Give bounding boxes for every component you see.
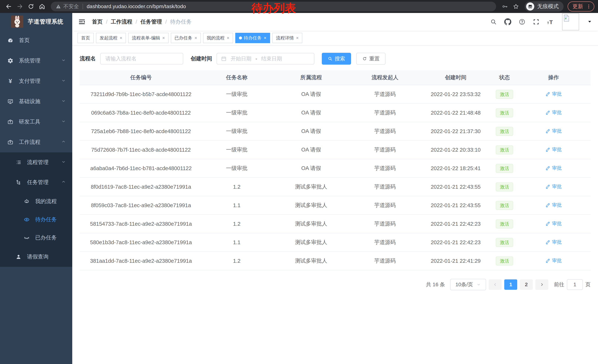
dashboard-icon — [7, 37, 14, 43]
github-icon[interactable] — [504, 18, 511, 25]
navbar-actions: TT — [490, 13, 592, 30]
overlay-annotation: 待办列表 — [252, 1, 296, 16]
app-frame: 芋道管理系统 首页 系统管理 ¥ 支付管理 — [0, 13, 598, 364]
bookmark-star-icon[interactable] — [511, 1, 521, 11]
search-button[interactable]: 搜索 — [322, 53, 351, 65]
incognito-label: 无痕模式 — [537, 3, 559, 10]
sidebar: 芋道管理系统 首页 系统管理 ¥ 支付管理 — [0, 13, 72, 364]
sidebar-item-payment[interactable]: ¥ 支付管理 — [0, 71, 72, 91]
browser-update-button[interactable]: 更新 — [568, 1, 594, 11]
page-button-1[interactable]: 1 — [504, 279, 517, 290]
sidebar-item-system[interactable]: 系统管理 — [0, 50, 72, 71]
browser-home-icon[interactable] — [37, 1, 47, 11]
breadcrumb-workflow[interactable]: 工作流程 — [111, 18, 132, 25]
sidebar-item-leave-query[interactable]: 请假查询 — [0, 247, 72, 267]
browser-menu-dots-icon[interactable] — [586, 4, 591, 9]
tag-done-tasks[interactable]: 已办任务× — [171, 33, 201, 43]
svg-text:T: T — [549, 19, 553, 25]
table-row: 381aa1dd-7ac8-11ec-a9e2-a2380e71991a 1.2… — [80, 252, 590, 270]
app-logo-row[interactable]: 芋道管理系统 — [0, 13, 72, 30]
password-key-icon[interactable] — [500, 1, 510, 11]
sidebar-item-home[interactable]: 首页 — [0, 30, 72, 50]
url-separator — [83, 4, 83, 9]
broken-image-icon — [563, 15, 570, 22]
tag-my-process[interactable]: 我的流程× — [203, 33, 233, 43]
breadcrumb-current: 待办任务 — [170, 18, 191, 25]
approve-link[interactable]: 审批 — [545, 109, 562, 116]
font-size-icon[interactable]: TT — [547, 18, 555, 25]
sidebar-item-infra[interactable]: 基础设施 — [0, 91, 72, 112]
approve-link[interactable]: 审批 — [545, 239, 562, 245]
date-range-picker[interactable]: 开始日期 - 结束日期 — [216, 53, 314, 65]
tag-start-process[interactable]: 发起流程× — [96, 33, 126, 43]
caret-down-icon[interactable] — [588, 20, 592, 24]
todo-task-table: 任务编号 任务名称 所属流程 流程发起人 创建时间 状态 操作 — [80, 70, 590, 270]
table-row: 580e1b3d-7ac8-11ec-a9e2-a2380e71991a 1.1… — [80, 233, 590, 252]
eye-open-icon — [23, 217, 30, 223]
approve-link[interactable]: 审批 — [545, 146, 562, 153]
goto-suffix: 页 — [585, 281, 590, 288]
help-icon[interactable] — [519, 18, 525, 25]
tag-process-detail[interactable]: 流程详情× — [272, 33, 302, 43]
table-row: 73211d9d-7b9b-11ec-b5b7-acde48001122 一级审… — [80, 85, 590, 104]
filter-bar: 流程名 请输入流程名 创建时间 开始日期 - 结束日期 搜索 — [80, 53, 590, 65]
tag-home[interactable]: 首页 — [77, 33, 94, 43]
tag-form-edit[interactable]: 流程表单-编辑× — [128, 33, 169, 43]
security-status[interactable]: 不安全 — [56, 3, 79, 10]
approve-link[interactable]: 审批 — [545, 220, 562, 227]
table-row: 75d72608-7b7f-11ec-a3c8-acde48001122 一级审… — [80, 140, 590, 159]
search-icon[interactable] — [490, 18, 497, 25]
approve-link[interactable]: 审批 — [545, 128, 562, 134]
page-size-select[interactable]: 10条/页 — [450, 279, 486, 290]
approve-link[interactable]: 审批 — [545, 91, 562, 97]
tag-todo-tasks[interactable]: 待办任务× — [235, 33, 270, 43]
cell-process: 测试多审批人 — [271, 196, 351, 215]
chevron-down-icon — [61, 58, 66, 64]
close-icon[interactable]: × — [162, 36, 165, 40]
close-icon[interactable]: × — [120, 36, 122, 40]
breadcrumb-home[interactable]: 首页 — [92, 18, 103, 25]
approve-link[interactable]: 审批 — [545, 165, 562, 171]
close-icon[interactable]: × — [194, 36, 197, 40]
approve-link[interactable]: 审批 — [545, 202, 562, 208]
cell-process: OA 请假 — [271, 85, 351, 104]
reset-button[interactable]: 重置 — [356, 53, 385, 65]
browser-reload-icon[interactable] — [26, 1, 36, 11]
sidebar-item-workflow[interactable]: 工作流程 — [0, 132, 72, 152]
breadcrumb-task-mgmt[interactable]: 任务管理 — [141, 18, 162, 25]
sidebar-item-my-process[interactable]: 我的流程 — [0, 192, 72, 210]
status-badge: 激活 — [496, 182, 513, 191]
sidebar-item-task-mgmt[interactable]: 任务管理 — [0, 172, 72, 192]
cell-initiator: 芋道源码 — [351, 104, 419, 122]
sidebar-item-done-tasks[interactable]: 已办任务 — [0, 229, 72, 247]
process-name-input[interactable]: 请输入流程名 — [100, 53, 183, 65]
sidebar-collapse-icon[interactable] — [77, 17, 87, 27]
close-icon[interactable]: × — [296, 36, 299, 40]
fullscreen-icon[interactable] — [533, 18, 540, 25]
cell-actions: 审批 — [516, 178, 590, 196]
goto-page-input[interactable]: 1 — [567, 279, 583, 290]
sidebar-item-process-mgmt[interactable]: 流程管理 — [0, 152, 72, 172]
next-page-button[interactable] — [535, 279, 548, 290]
browser-back-icon[interactable] — [4, 1, 14, 11]
sidebar-item-devtools[interactable]: 研发工具 — [0, 112, 72, 132]
cell-status: 激活 — [492, 140, 516, 159]
close-icon[interactable]: × — [264, 36, 266, 40]
prev-page-button[interactable] — [489, 279, 502, 290]
close-icon[interactable]: × — [227, 36, 229, 40]
cell-process: OA 请假 — [271, 104, 351, 122]
sidebar-item-label: 已办任务 — [35, 234, 66, 242]
browser-forward-icon[interactable] — [15, 1, 25, 11]
cell-task-name: 一级审批 — [202, 85, 271, 104]
total-count: 共 16 条 — [426, 281, 445, 288]
calendar-icon — [221, 56, 227, 61]
sidebar-item-todo-tasks[interactable]: 待办任务 — [0, 210, 72, 229]
approve-link[interactable]: 审批 — [545, 183, 562, 190]
edit-pencil-icon — [545, 221, 550, 226]
user-avatar[interactable] — [562, 13, 579, 30]
page-button-2[interactable]: 2 — [520, 279, 533, 290]
status-badge: 激活 — [496, 238, 513, 247]
approve-link[interactable]: 审批 — [545, 257, 562, 264]
url-text[interactable]: dashboard.yudao.iocoder.cn/bpm/task/todo — [87, 4, 186, 9]
cell-actions: 审批 — [516, 122, 590, 140]
